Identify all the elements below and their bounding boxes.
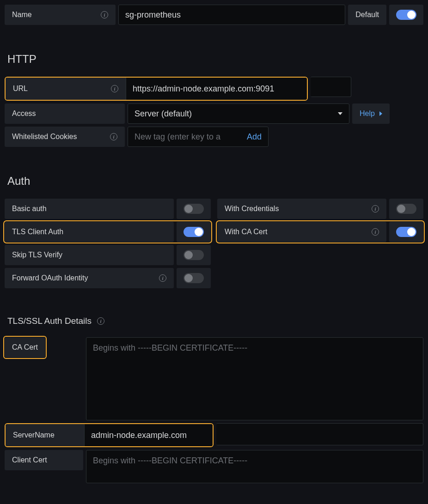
with-ca-cert-row: With CA Cert (217, 222, 423, 242)
tls-client-auth-label: TLS Client Auth (5, 222, 174, 242)
client-cert-textarea-wrap[interactable] (86, 450, 423, 483)
forward-oauth-toggle[interactable] (183, 273, 204, 283)
add-tag-button[interactable]: Add (247, 132, 262, 142)
ca-cert-textarea[interactable] (93, 343, 416, 411)
info-icon[interactable] (372, 205, 379, 213)
cookies-label-text: Whitelisted Cookies (12, 133, 77, 141)
name-input-wrap[interactable] (118, 5, 345, 25)
tls-section-title: TLS/SSL Auth Details (7, 316, 423, 326)
cookies-placeholder: New tag (enter key to a (135, 132, 243, 142)
tls-client-auth-row: TLS Client Auth (5, 222, 211, 242)
url-group-highlight: URL (5, 77, 308, 101)
info-icon[interactable] (101, 11, 108, 18)
access-select[interactable]: Server (default) (128, 103, 349, 124)
ca-cert-label-text: CA Cert (12, 343, 38, 352)
server-name-input-wrap[interactable] (84, 424, 213, 446)
url-input[interactable] (133, 84, 300, 94)
access-row: Access Server (default) Help (5, 103, 423, 124)
client-cert-label: Client Cert (5, 450, 83, 470)
cookies-row: Whitelisted Cookies New tag (enter key t… (5, 127, 423, 147)
url-input-wrap[interactable] (126, 78, 307, 100)
server-name-input[interactable] (91, 431, 206, 440)
basic-auth-label: Basic auth (5, 199, 174, 219)
url-input-extra[interactable] (311, 77, 351, 97)
with-ca-cert-text: With CA Cert (225, 228, 267, 236)
url-label-text: URL (13, 85, 28, 93)
name-input[interactable] (125, 10, 338, 20)
cookies-label: Whitelisted Cookies (5, 127, 125, 147)
default-label-text: Default (355, 11, 379, 19)
auth-grid: Basic auth TLS Client Auth Skip TLS Veri… (5, 199, 423, 288)
default-toggle-box (389, 5, 423, 25)
skip-tls-toggle[interactable] (183, 250, 204, 260)
ca-cert-row: CA Cert (5, 337, 423, 420)
info-icon[interactable] (159, 274, 166, 282)
client-cert-textarea[interactable] (93, 456, 416, 475)
with-credentials-toggle-box (389, 199, 423, 219)
basic-auth-row: Basic auth (5, 199, 211, 219)
basic-auth-toggle-box (177, 199, 211, 219)
access-label: Access (5, 103, 125, 124)
http-section-title: HTTP (7, 53, 423, 66)
cookies-tag-input[interactable]: New tag (enter key to a Add (128, 127, 269, 147)
with-credentials-row: With Credentials (217, 199, 423, 219)
tls-client-auth-toggle-box (177, 222, 211, 242)
tls-client-auth-toggle[interactable] (183, 227, 204, 237)
skip-tls-row: Skip TLS Verify (5, 245, 211, 265)
forward-oauth-label: Forward OAuth Identity (5, 268, 174, 288)
with-credentials-label: With Credentials (217, 199, 386, 219)
info-icon[interactable] (97, 317, 104, 325)
server-name-input-tail[interactable] (216, 423, 423, 445)
server-name-row-hl: ServerName (5, 423, 423, 447)
info-icon[interactable] (110, 133, 117, 140)
url-label: URL (6, 78, 126, 100)
basic-auth-text: Basic auth (12, 205, 47, 213)
client-cert-row: Client Cert (5, 450, 423, 483)
access-label-text: Access (12, 109, 36, 118)
client-cert-label-text: Client Cert (12, 456, 47, 464)
server-name-label-text: ServerName (13, 431, 55, 439)
help-label: Help (360, 109, 375, 118)
ca-cert-label: CA Cert (5, 337, 45, 358)
help-button[interactable]: Help (352, 103, 390, 124)
forward-oauth-toggle-box (177, 268, 211, 288)
with-ca-cert-label: With CA Cert (217, 222, 386, 242)
ca-cert-textarea-wrap[interactable] (86, 337, 423, 420)
with-ca-cert-toggle-box (389, 222, 423, 242)
name-label-text: Name (12, 11, 32, 19)
with-credentials-toggle[interactable] (396, 204, 416, 214)
default-toggle[interactable] (396, 10, 416, 20)
info-icon[interactable] (372, 228, 379, 236)
skip-tls-label: Skip TLS Verify (5, 245, 174, 265)
default-label: Default (348, 5, 386, 25)
name-row: Name Default (5, 5, 423, 25)
basic-auth-toggle[interactable] (183, 204, 204, 214)
info-icon[interactable] (111, 85, 118, 92)
skip-tls-text: Skip TLS Verify (12, 251, 62, 259)
server-name-label: ServerName (6, 424, 84, 446)
chevron-down-icon (338, 112, 342, 115)
with-ca-cert-toggle[interactable] (396, 227, 416, 237)
name-label: Name (5, 5, 116, 25)
tls-section-title-text: TLS/SSL Auth Details (7, 316, 92, 326)
forward-oauth-row: Forward OAuth Identity (5, 268, 211, 288)
skip-tls-toggle-box (177, 245, 211, 265)
forward-oauth-text: Forward OAuth Identity (12, 274, 88, 282)
with-credentials-text: With Credentials (225, 205, 279, 213)
auth-section-title: Auth (7, 175, 423, 188)
access-select-value: Server (default) (135, 109, 192, 119)
tls-client-auth-text: TLS Client Auth (12, 228, 63, 236)
chevron-right-icon (379, 111, 382, 116)
